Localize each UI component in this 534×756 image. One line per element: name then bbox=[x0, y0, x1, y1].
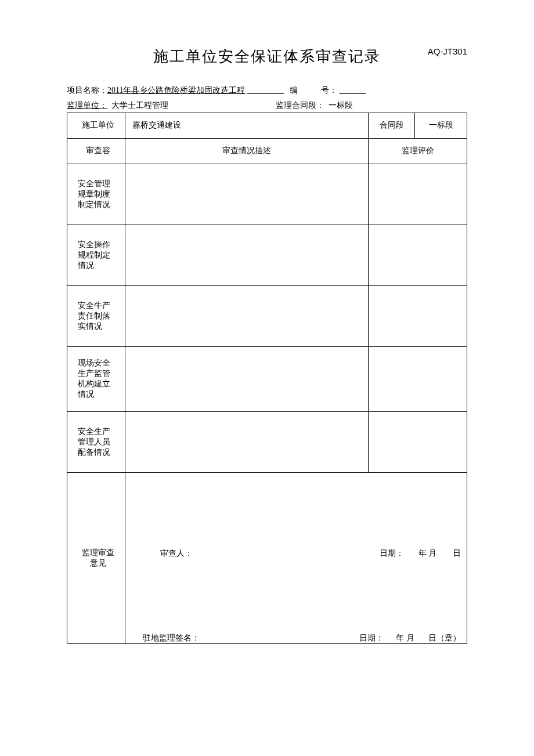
table-row: 安全牛产责任制落实情况 bbox=[67, 285, 467, 346]
cell-opinion-label: 监理审查 意见 bbox=[67, 472, 125, 643]
date2-d: 日（章） bbox=[428, 634, 461, 642]
cell-item-4-desc bbox=[125, 346, 369, 411]
table-row: 施工单位 嘉桥交通建设 合同段 一标段 bbox=[67, 113, 467, 138]
cell-item-2: 安全操作规程制定情况 bbox=[67, 225, 125, 285]
page-title: 施工单位安全保证体系审查记录 bbox=[153, 46, 381, 67]
cell-contract-label: 合同段 bbox=[369, 113, 415, 138]
project-blank bbox=[247, 86, 284, 95]
table-row: 现场安全生产监管机构建立情况 bbox=[67, 346, 467, 411]
cell-item-3-eval bbox=[369, 285, 467, 346]
table-row: 安全生产管理人员配备情况 bbox=[67, 411, 467, 472]
meta-row-1: 项目名称：2011年县乡公路危险桥梁加固改造工程 编 号： bbox=[67, 84, 467, 97]
cell-item-1: 安全管理规章制度制定情况 bbox=[67, 164, 125, 225]
cell-item-3: 安全牛产责任制落实情况 bbox=[67, 285, 125, 346]
doc-code: AQ-JT301 bbox=[428, 46, 467, 56]
review-table: 施工单位 嘉桥交通建设 合同段 一标段 审查容 审查情况描述 监理评价 安全管理… bbox=[67, 113, 467, 644]
cell-item-2-desc bbox=[125, 225, 369, 285]
contract-section-value: 一标段 bbox=[329, 101, 353, 110]
title-row: 施工单位安全保证体系审查记录 AQ-JT301 bbox=[67, 46, 467, 67]
table-row: 审查容 审查情况描述 监理评价 bbox=[67, 138, 467, 164]
signer-label: 驻地监理签名： bbox=[143, 633, 200, 643]
cell-eval-header: 监理评价 bbox=[369, 138, 467, 164]
number-label-1: 编 bbox=[290, 86, 298, 95]
cell-construction-unit-value: 嘉桥交通建设 bbox=[125, 113, 369, 138]
cell-construction-unit-label: 施工单位 bbox=[67, 113, 125, 138]
date1-d: 日 bbox=[453, 549, 461, 558]
cell-item-5-eval bbox=[369, 411, 467, 472]
number-blank bbox=[340, 86, 366, 95]
date2-label: 日期： bbox=[359, 634, 384, 642]
date1-label: 日期： bbox=[380, 549, 404, 558]
meta-row-2: 监理单位： 大学士工程管理 监理合同段： 一标段 bbox=[67, 99, 467, 112]
cell-review-desc-header: 审查情况描述 bbox=[125, 138, 369, 164]
contract-section-label: 监理合同段： bbox=[276, 101, 324, 110]
date1-ym: 年 月 bbox=[418, 549, 437, 558]
reviewer-label: 审查人： bbox=[160, 548, 193, 559]
cell-opinion-content: 审查人： 日期： 年 月 日 驻地监理签名： 日期： 年 月 日（章） bbox=[125, 472, 467, 643]
supervisor-label: 监理单位： bbox=[67, 101, 107, 110]
project-value: 2011年县乡公路危险桥梁加固改造工程 bbox=[107, 86, 245, 95]
table-row: 监理审查 意见 审查人： 日期： 年 月 日 驻地监理签名： bbox=[67, 472, 467, 643]
cell-item-1-desc bbox=[125, 164, 369, 225]
table-row: 安全管理规章制度制定情况 bbox=[67, 164, 467, 225]
table-row: 安全操作规程制定情况 bbox=[67, 225, 467, 285]
number-label-2: 号： bbox=[321, 86, 337, 95]
cell-item-2-eval bbox=[369, 225, 467, 285]
cell-item-1-eval bbox=[369, 164, 467, 225]
date2-ym: 年 月 bbox=[396, 634, 414, 642]
supervisor-value: 大学士工程管理 bbox=[111, 101, 168, 110]
project-label: 项目名称： bbox=[67, 86, 107, 95]
cell-contract-value: 一标段 bbox=[415, 113, 467, 138]
cell-item-4-eval bbox=[369, 346, 467, 411]
cell-item-4: 现场安全生产监管机构建立情况 bbox=[67, 346, 125, 411]
cell-item-5-desc bbox=[125, 411, 369, 472]
cell-item-3-desc bbox=[125, 285, 369, 346]
cell-review-content-header: 审查容 bbox=[67, 138, 125, 164]
cell-item-5: 安全生产管理人员配备情况 bbox=[67, 411, 125, 472]
